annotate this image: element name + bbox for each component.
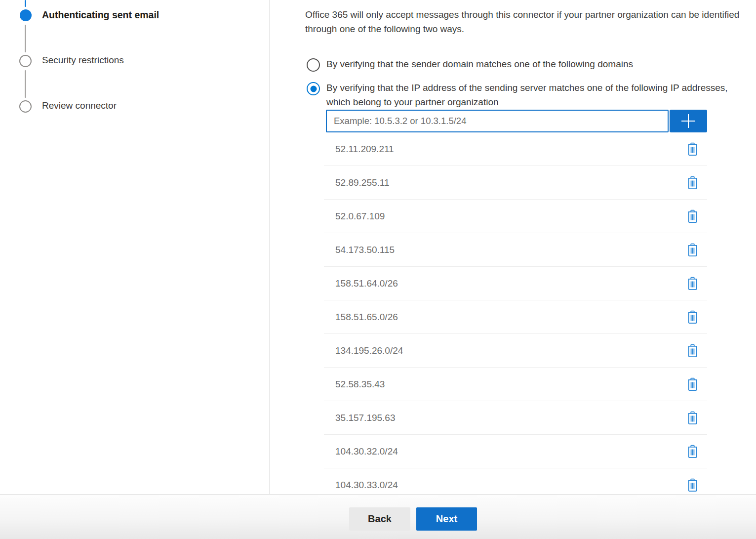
trash-icon xyxy=(687,142,698,156)
ip-list: 52.11.209.211 52.89.255.11 xyxy=(324,132,707,494)
delete-ip-button[interactable] xyxy=(686,444,699,459)
add-ip-button[interactable] xyxy=(670,110,707,132)
ip-list-row: 158.51.64.0/26 xyxy=(324,267,707,300)
ip-value: 158.51.64.0/26 xyxy=(335,278,398,289)
ip-value: 158.51.65.0/26 xyxy=(335,312,398,323)
trash-icon xyxy=(687,277,698,290)
trash-icon xyxy=(687,209,698,223)
radio-option-label: By verifying that the sender domain matc… xyxy=(326,57,633,72)
ip-value: 134.195.26.0/24 xyxy=(335,345,403,356)
ip-list-row: 52.11.209.211 xyxy=(324,132,707,166)
delete-ip-button[interactable] xyxy=(686,343,699,359)
connector-wizard-page: Authenticating sent email Security restr… xyxy=(0,0,756,539)
ip-value: 52.11.209.211 xyxy=(335,144,394,155)
plus-icon xyxy=(680,113,697,129)
ip-list-row: 52.0.67.109 xyxy=(324,200,707,233)
ip-list-row: 35.157.195.63 xyxy=(324,401,707,435)
trash-icon xyxy=(687,411,698,425)
ip-value: 104.30.32.0/24 xyxy=(335,446,398,457)
delete-ip-button[interactable] xyxy=(686,309,699,325)
wizard-footer: Back Next xyxy=(0,494,756,539)
delete-ip-button[interactable] xyxy=(686,242,699,258)
ip-list-row: 104.30.33.0/24 xyxy=(324,468,707,494)
back-button[interactable]: Back xyxy=(349,507,410,531)
ip-list-row: 54.173.50.115 xyxy=(324,233,707,267)
ip-list-row: 158.51.65.0/26 xyxy=(324,300,707,334)
ip-list-row: 104.30.32.0/24 xyxy=(324,435,707,468)
ip-value: 52.0.67.109 xyxy=(335,211,385,222)
delete-ip-button[interactable] xyxy=(686,410,699,426)
delete-ip-button[interactable] xyxy=(686,175,699,191)
delete-ip-button[interactable] xyxy=(686,477,699,493)
delete-ip-button[interactable] xyxy=(686,208,699,224)
ip-value: 54.173.50.115 xyxy=(335,245,395,255)
delete-ip-button[interactable] xyxy=(686,276,699,291)
trash-icon xyxy=(687,310,698,324)
ip-list-row: 134.195.26.0/24 xyxy=(324,334,707,368)
radio-option-ip-address[interactable]: By verifying that the IP address of the … xyxy=(307,81,731,109)
ip-list-row: 52.89.255.11 xyxy=(324,166,707,200)
delete-ip-button[interactable] xyxy=(686,376,699,392)
delete-ip-button[interactable] xyxy=(686,141,699,157)
next-button[interactable]: Next xyxy=(416,507,477,531)
trash-icon xyxy=(687,176,698,190)
trash-icon xyxy=(687,243,698,257)
trash-icon xyxy=(687,344,698,358)
step-description: Office 365 will only accept messages thr… xyxy=(305,7,754,36)
radio-unselected-icon[interactable] xyxy=(307,58,320,72)
ip-address-input[interactable] xyxy=(326,110,669,132)
ip-value: 52.89.255.11 xyxy=(335,177,390,188)
ip-list-row: 52.58.35.43 xyxy=(324,368,707,401)
radio-option-label: By verifying that the IP address of the … xyxy=(326,81,731,109)
trash-icon xyxy=(687,445,698,458)
trash-icon xyxy=(687,478,698,492)
wizard-step-content: Office 365 will only accept messages thr… xyxy=(0,0,756,494)
trash-icon xyxy=(687,377,698,391)
radio-option-sender-domain[interactable]: By verifying that the sender domain matc… xyxy=(307,57,751,72)
ip-value: 52.58.35.43 xyxy=(335,379,385,390)
ip-value: 104.30.33.0/24 xyxy=(335,480,398,491)
ip-value: 35.157.195.63 xyxy=(335,413,396,423)
radio-selected-icon[interactable] xyxy=(307,82,320,95)
